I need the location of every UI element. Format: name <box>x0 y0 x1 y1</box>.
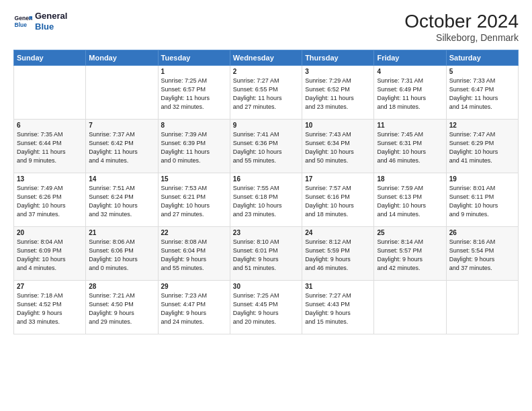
calendar-cell: 20Sunrise: 8:04 AM Sunset: 6:09 PM Dayli… <box>14 227 86 281</box>
day-content: Sunrise: 7:41 AM Sunset: 6:36 PM Dayligh… <box>233 130 299 165</box>
day-number: 16 <box>233 175 299 183</box>
day-number: 31 <box>305 283 371 290</box>
day-content: Sunrise: 8:12 AM Sunset: 5:59 PM Dayligh… <box>305 238 371 273</box>
day-number: 30 <box>233 283 299 290</box>
week-row: 1Sunrise: 7:25 AM Sunset: 6:57 PM Daylig… <box>14 66 519 120</box>
calendar-cell: 1Sunrise: 7:25 AM Sunset: 6:57 PM Daylig… <box>158 66 230 120</box>
title-block: October 2024 Silkeborg, Denmark <box>404 11 519 43</box>
day-content: Sunrise: 8:04 AM Sunset: 6:09 PM Dayligh… <box>17 238 83 273</box>
day-number: 14 <box>89 175 154 183</box>
weekday-header: Thursday <box>302 50 374 66</box>
day-content: Sunrise: 7:47 AM Sunset: 6:29 PM Dayligh… <box>449 130 515 165</box>
calendar-cell: 22Sunrise: 8:08 AM Sunset: 6:04 PM Dayli… <box>158 227 230 281</box>
calendar-cell: 21Sunrise: 8:06 AM Sunset: 6:06 PM Dayli… <box>86 227 158 281</box>
day-content: Sunrise: 8:06 AM Sunset: 6:06 PM Dayligh… <box>89 238 154 273</box>
day-number: 15 <box>161 175 227 183</box>
day-number: 4 <box>377 68 443 75</box>
weekday-header: Monday <box>86 50 158 66</box>
day-number: 8 <box>161 122 227 129</box>
calendar-cell: 29Sunrise: 7:23 AM Sunset: 4:47 PM Dayli… <box>158 281 230 334</box>
week-row: 13Sunrise: 7:49 AM Sunset: 6:26 PM Dayli… <box>14 173 519 227</box>
day-number: 23 <box>233 229 299 236</box>
header-row: SundayMondayTuesdayWednesdayThursdayFrid… <box>14 50 519 66</box>
calendar-cell: 6Sunrise: 7:35 AM Sunset: 6:44 PM Daylig… <box>14 120 86 173</box>
day-number: 6 <box>17 122 83 129</box>
day-number: 21 <box>89 229 154 236</box>
day-content: Sunrise: 7:31 AM Sunset: 6:49 PM Dayligh… <box>377 77 443 111</box>
calendar-cell: 18Sunrise: 7:59 AM Sunset: 6:13 PM Dayli… <box>374 173 446 227</box>
calendar-cell: 2Sunrise: 7:27 AM Sunset: 6:55 PM Daylig… <box>230 66 302 120</box>
calendar-cell <box>86 66 158 120</box>
calendar-cell: 11Sunrise: 7:45 AM Sunset: 6:31 PM Dayli… <box>374 120 446 173</box>
weekday-header: Tuesday <box>158 50 230 66</box>
calendar-cell: 27Sunrise: 7:18 AM Sunset: 4:52 PM Dayli… <box>14 281 86 334</box>
day-content: Sunrise: 7:37 AM Sunset: 6:42 PM Dayligh… <box>89 130 154 165</box>
day-number: 12 <box>449 122 515 129</box>
day-content: Sunrise: 7:51 AM Sunset: 6:24 PM Dayligh… <box>89 184 154 219</box>
week-row: 6Sunrise: 7:35 AM Sunset: 6:44 PM Daylig… <box>14 120 519 173</box>
day-content: Sunrise: 7:27 AM Sunset: 6:55 PM Dayligh… <box>233 77 299 111</box>
day-content: Sunrise: 7:33 AM Sunset: 6:47 PM Dayligh… <box>449 77 515 111</box>
day-number: 25 <box>377 229 443 236</box>
day-number: 5 <box>449 68 515 75</box>
calendar-cell: 7Sunrise: 7:37 AM Sunset: 6:42 PM Daylig… <box>86 120 158 173</box>
day-content: Sunrise: 7:45 AM Sunset: 6:31 PM Dayligh… <box>377 130 443 165</box>
day-content: Sunrise: 7:35 AM Sunset: 6:44 PM Dayligh… <box>17 130 83 165</box>
calendar-cell: 26Sunrise: 8:16 AM Sunset: 5:54 PM Dayli… <box>446 227 518 281</box>
week-row: 20Sunrise: 8:04 AM Sunset: 6:09 PM Dayli… <box>14 227 519 281</box>
calendar-cell: 28Sunrise: 7:21 AM Sunset: 4:50 PM Dayli… <box>86 281 158 334</box>
day-content: Sunrise: 7:53 AM Sunset: 6:21 PM Dayligh… <box>161 184 227 219</box>
day-number: 28 <box>89 283 154 290</box>
day-content: Sunrise: 8:01 AM Sunset: 6:11 PM Dayligh… <box>449 184 515 219</box>
calendar-cell: 14Sunrise: 7:51 AM Sunset: 6:24 PM Dayli… <box>86 173 158 227</box>
day-content: Sunrise: 8:16 AM Sunset: 5:54 PM Dayligh… <box>449 238 515 273</box>
day-content: Sunrise: 7:39 AM Sunset: 6:39 PM Dayligh… <box>161 130 227 165</box>
calendar-cell: 25Sunrise: 8:14 AM Sunset: 5:57 PM Dayli… <box>374 227 446 281</box>
logo-general: General <box>35 11 67 21</box>
day-number: 27 <box>17 283 83 290</box>
location: Silkeborg, Denmark <box>404 32 519 43</box>
logo: General Blue General Blue <box>13 11 67 32</box>
logo-icon: General Blue <box>13 12 32 31</box>
day-content: Sunrise: 7:27 AM Sunset: 4:43 PM Dayligh… <box>305 291 371 326</box>
day-number: 9 <box>233 122 299 129</box>
calendar-cell: 5Sunrise: 7:33 AM Sunset: 6:47 PM Daylig… <box>446 66 518 120</box>
calendar-cell: 16Sunrise: 7:55 AM Sunset: 6:18 PM Dayli… <box>230 173 302 227</box>
calendar-cell <box>446 281 518 334</box>
day-content: Sunrise: 7:59 AM Sunset: 6:13 PM Dayligh… <box>377 184 443 219</box>
calendar-cell: 31Sunrise: 7:27 AM Sunset: 4:43 PM Dayli… <box>302 281 374 334</box>
day-number: 2 <box>233 68 299 75</box>
weekday-header: Saturday <box>446 50 518 66</box>
calendar-cell <box>14 66 86 120</box>
day-number: 11 <box>377 122 443 129</box>
day-number: 29 <box>161 283 227 290</box>
weekday-header: Sunday <box>14 50 86 66</box>
day-number: 19 <box>449 175 515 183</box>
day-content: Sunrise: 8:08 AM Sunset: 6:04 PM Dayligh… <box>161 238 227 273</box>
calendar-cell: 24Sunrise: 8:12 AM Sunset: 5:59 PM Dayli… <box>302 227 374 281</box>
day-number: 7 <box>89 122 154 129</box>
day-content: Sunrise: 7:25 AM Sunset: 4:45 PM Dayligh… <box>233 291 299 326</box>
day-content: Sunrise: 7:55 AM Sunset: 6:18 PM Dayligh… <box>233 184 299 219</box>
weekday-header: Wednesday <box>230 50 302 66</box>
calendar-cell: 13Sunrise: 7:49 AM Sunset: 6:26 PM Dayli… <box>14 173 86 227</box>
calendar-cell: 19Sunrise: 8:01 AM Sunset: 6:11 PM Dayli… <box>446 173 518 227</box>
day-content: Sunrise: 7:57 AM Sunset: 6:16 PM Dayligh… <box>305 184 371 219</box>
day-number: 17 <box>305 175 371 183</box>
day-content: Sunrise: 7:25 AM Sunset: 6:57 PM Dayligh… <box>161 77 227 111</box>
day-number: 20 <box>17 229 83 236</box>
day-content: Sunrise: 8:14 AM Sunset: 5:57 PM Dayligh… <box>377 238 443 273</box>
calendar-cell: 10Sunrise: 7:43 AM Sunset: 6:34 PM Dayli… <box>302 120 374 173</box>
day-content: Sunrise: 7:29 AM Sunset: 6:52 PM Dayligh… <box>305 77 371 111</box>
day-content: Sunrise: 7:23 AM Sunset: 4:47 PM Dayligh… <box>161 291 227 326</box>
month-title: October 2024 <box>404 11 519 32</box>
calendar-table: SundayMondayTuesdayWednesdayThursdayFrid… <box>13 50 519 334</box>
day-number: 13 <box>17 175 83 183</box>
calendar-cell: 12Sunrise: 7:47 AM Sunset: 6:29 PM Dayli… <box>446 120 518 173</box>
day-content: Sunrise: 7:18 AM Sunset: 4:52 PM Dayligh… <box>17 291 83 326</box>
calendar-cell: 30Sunrise: 7:25 AM Sunset: 4:45 PM Dayli… <box>230 281 302 334</box>
calendar-cell: 4Sunrise: 7:31 AM Sunset: 6:49 PM Daylig… <box>374 66 446 120</box>
day-content: Sunrise: 7:21 AM Sunset: 4:50 PM Dayligh… <box>89 291 154 326</box>
day-number: 22 <box>161 229 227 236</box>
calendar-cell <box>374 281 446 334</box>
